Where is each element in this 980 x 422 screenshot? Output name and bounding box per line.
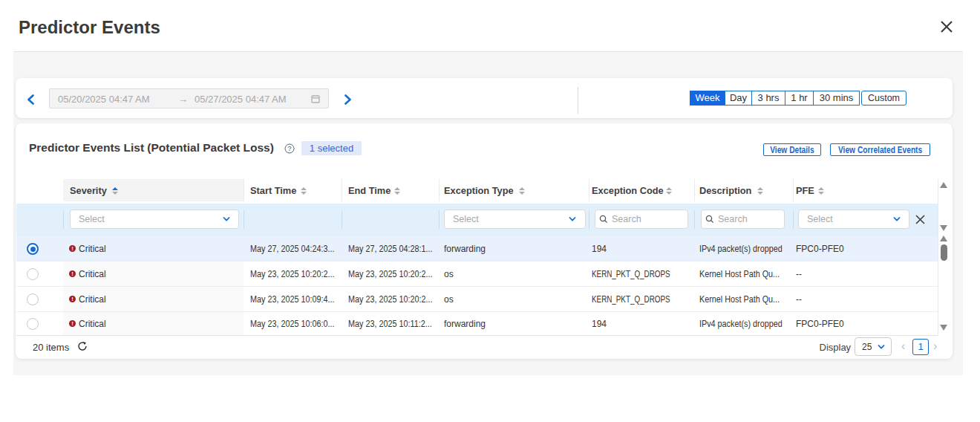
svg-text:?: ? xyxy=(287,144,291,152)
